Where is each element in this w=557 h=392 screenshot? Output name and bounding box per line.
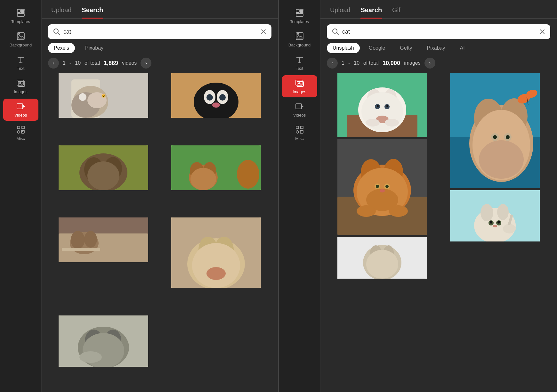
right-panel-tabs: Upload Search Gif (320, 0, 557, 19)
sidebar-item-background[interactable]: Background (3, 29, 38, 51)
left-panel-tabs: Upload Search (42, 0, 278, 19)
source-pixabay-button[interactable]: Pixabay (79, 43, 109, 53)
svg-rect-56 (59, 217, 148, 262)
sidebar-item-videos[interactable]: Videos (3, 99, 38, 121)
svg-point-100 (366, 119, 380, 127)
right-sidebar-item-templates[interactable]: Templates (282, 5, 317, 27)
text-icon (16, 55, 25, 64)
right-search-input[interactable] (342, 29, 536, 35)
sidebar-item-text[interactable]: Text (3, 52, 38, 74)
svg-point-142 (480, 204, 493, 221)
right-count: 10,000 (383, 60, 400, 67)
videos-icon (16, 102, 25, 111)
right-sidebar-item-videos[interactable]: Videos (282, 99, 317, 121)
right-pagination: ‹ 1 - 10 of total 10,000 images › (327, 58, 550, 69)
sidebar-item-templates[interactable]: Templates (3, 5, 38, 27)
sidebar-label-text: Text (17, 66, 25, 71)
svg-rect-1 (21, 9, 24, 11)
left-source-selector: Pexels Pixabay (48, 43, 271, 53)
right-image-item-1[interactable] (327, 73, 438, 137)
svg-point-87 (296, 131, 299, 133)
left-image-grid: 🐱 (42, 73, 278, 392)
svg-rect-42 (59, 145, 148, 190)
right-sidebar-item-background[interactable]: Background (282, 29, 317, 51)
left-prev-button[interactable]: ‹ (48, 58, 59, 69)
left-clear-button[interactable] (261, 29, 266, 35)
right-tab-upload[interactable]: Upload (330, 6, 350, 18)
svg-marker-86 (301, 126, 303, 129)
svg-rect-70 (59, 315, 148, 367)
svg-point-82 (298, 82, 299, 83)
right-tab-search[interactable]: Search (360, 6, 382, 18)
right-sidebar-label-misc: Misc (295, 136, 304, 141)
svg-rect-0 (17, 9, 20, 12)
left-next-button[interactable]: › (141, 58, 151, 69)
left-video-item-5[interactable] (48, 217, 159, 262)
source-pixabay-right-button[interactable]: Pixabay (421, 43, 451, 53)
right-image-item-4[interactable] (440, 190, 550, 241)
right-image-item-3[interactable] (327, 139, 438, 235)
right-of-text: of total (363, 60, 379, 66)
right-type: images (404, 60, 421, 66)
left-video-item-6[interactable] (161, 217, 271, 288)
sidebar-item-misc[interactable]: Misc (3, 122, 38, 144)
left-search-input[interactable] (63, 29, 257, 35)
left-search-icon (53, 28, 60, 35)
right-sidebar-item-misc[interactable]: Misc (282, 122, 317, 144)
sidebar-item-images[interactable]: Images (3, 75, 38, 97)
templates-icon (16, 8, 25, 17)
svg-point-104 (377, 105, 379, 107)
svg-point-132 (479, 140, 524, 179)
svg-point-135 (493, 135, 497, 139)
svg-point-101 (385, 119, 399, 127)
svg-text:🐱: 🐱 (101, 93, 106, 98)
left-tab-search[interactable]: Search (82, 6, 103, 18)
svg-point-75 (297, 34, 299, 35)
svg-rect-73 (300, 12, 303, 12)
right-next-button[interactable]: › (424, 58, 435, 69)
right-sidebar-label-videos: Videos (293, 113, 306, 118)
left-video-item-3[interactable] (48, 145, 159, 190)
right-misc-icon (295, 125, 304, 134)
source-pexels-button[interactable]: Pexels (48, 43, 75, 53)
svg-rect-85 (296, 126, 299, 129)
left-video-item-4[interactable] (161, 145, 271, 190)
right-prev-button[interactable]: ‹ (327, 58, 338, 69)
svg-point-143 (497, 204, 509, 220)
right-sidebar-item-images[interactable]: Images (282, 75, 317, 97)
svg-point-113 (357, 205, 376, 217)
left-range-dash: - (69, 60, 71, 66)
svg-point-105 (386, 105, 388, 107)
source-google-button[interactable]: Google (363, 43, 391, 53)
left-video-item-2[interactable] (161, 73, 271, 118)
left-video-item-7[interactable] (48, 315, 159, 367)
svg-rect-72 (300, 9, 303, 11)
source-unsplash-button[interactable]: Unsplash (327, 43, 360, 53)
right-background-icon (295, 32, 304, 41)
svg-rect-14 (17, 126, 20, 129)
right-range-dash: - (348, 60, 350, 66)
left-range-end: 10 (75, 60, 81, 66)
right-search-icon (332, 28, 339, 35)
svg-line-18 (58, 33, 60, 35)
right-tab-gif[interactable]: Gif (392, 6, 400, 18)
svg-rect-74 (296, 13, 303, 16)
svg-rect-49 (171, 145, 261, 190)
svg-rect-83 (296, 104, 302, 109)
right-panel: Upload Search Gif Unsplash Google Getty … (320, 0, 557, 392)
source-ai-button[interactable]: AI (454, 43, 470, 53)
left-video-item-1[interactable]: 🐱 (48, 73, 159, 118)
svg-point-119 (380, 189, 385, 192)
left-of-text: of total (85, 60, 100, 66)
left-count: 1,869 (104, 60, 118, 67)
right-images-icon (295, 78, 304, 87)
left-tab-upload[interactable]: Upload (51, 6, 71, 18)
svg-point-15 (17, 131, 20, 133)
right-clear-button[interactable] (539, 29, 545, 35)
left-range-start: 1 (63, 60, 66, 66)
right-image-item-2[interactable] (440, 73, 550, 188)
source-getty-button[interactable]: Getty (394, 43, 418, 53)
right-sidebar-item-text[interactable]: Text (282, 52, 317, 74)
right-image-item-5[interactable] (327, 237, 438, 279)
right-col-right (440, 73, 550, 392)
